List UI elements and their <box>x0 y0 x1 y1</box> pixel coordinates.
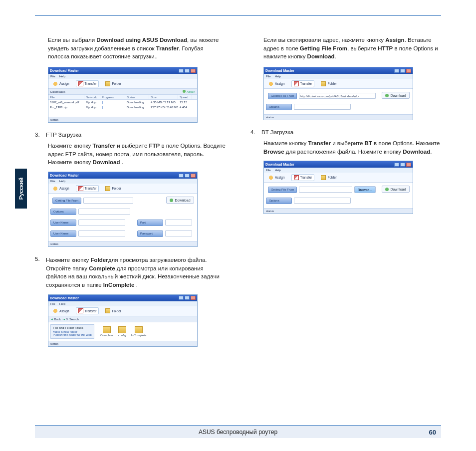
left-intro: Если вы выбрали Download using ASUS Down… <box>35 36 226 61</box>
item-3: 3. FTP Загрузка <box>35 132 226 138</box>
item-3-number: 3. <box>35 132 42 138</box>
item-5-number: 5. <box>35 256 42 289</box>
language-label: Русский <box>18 178 24 200</box>
page-footer: ASUS беспроводный роутер 60 <box>35 425 441 438</box>
folder-icon <box>135 326 143 333</box>
transfer-icon <box>78 81 83 86</box>
download-button[interactable]: Download <box>166 197 194 204</box>
right-intro: Если вы скопировали адрес, нажмите кнопк… <box>250 36 441 61</box>
footer-text: ASUS беспроводный роутер <box>199 429 277 436</box>
download-button[interactable]: Download <box>382 186 409 193</box>
language-tab: Русский <box>15 169 27 209</box>
item-4-number: 4. <box>250 129 257 135</box>
window-title: Download Master <box>50 69 79 72</box>
item-4: 4. BT Загрузка <box>250 129 441 135</box>
task-pane: File and Folder Tasks Make a new folder … <box>50 324 94 339</box>
item-4-title: BT Загрузка <box>261 129 441 135</box>
item-4-body: Нажмите кнопку Transfer и выберите BT в … <box>250 139 441 156</box>
content-columns: Если вы выбрали Download using ASUS Down… <box>35 36 441 356</box>
assign-icon <box>53 81 58 86</box>
folder-icon <box>118 326 126 333</box>
right-column: Если вы скопировали адрес, нажмите кнопк… <box>250 36 441 356</box>
left-column: Если вы выбрали Download using ASUS Down… <box>35 36 226 356</box>
page-number: 60 <box>429 429 436 436</box>
browse-button[interactable]: Browse... <box>354 186 376 193</box>
top-rule <box>35 15 441 16</box>
item-5: 5. Нажмите кнопку Folderдля просмотра за… <box>35 256 226 289</box>
folder-icon <box>103 326 111 333</box>
screenshot-bt-browse: Download Master FileHelp Assign Transfer… <box>263 161 413 214</box>
download-button[interactable]: Download <box>382 92 409 99</box>
item-3-body: Нажмите кнопку Transfer и выберите FTP в… <box>35 142 226 167</box>
screenshot-ftp-form: Download Master FileHelp Assign Transfer… <box>48 172 198 247</box>
folder-icon <box>105 81 110 86</box>
item-5-body: Нажмите кнопку Folderдля просмотра загру… <box>46 256 226 289</box>
screenshot-folder-view: Download Master FileHelp Assign Transfer… <box>48 294 198 347</box>
screenshot-http-assign: Download Master FileHelp Assign Transfer… <box>263 67 413 120</box>
item-3-title: FTP Загрузка <box>46 132 226 138</box>
window-buttons <box>179 69 196 73</box>
screenshot-transfer-list: Download Master FileHelp Assign Transfer… <box>48 67 198 123</box>
